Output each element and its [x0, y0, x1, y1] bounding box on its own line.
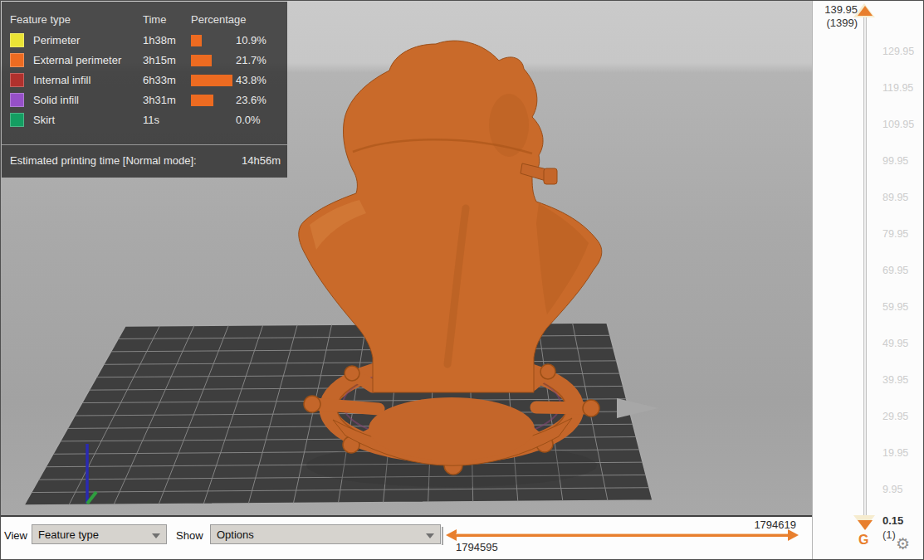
layer-slider-bottom-height: 0.15	[882, 514, 903, 527]
range-slider-endstop	[442, 527, 443, 545]
layer-tick-label: 99.95	[882, 155, 908, 167]
feature-label: Internal infill	[33, 74, 90, 86]
show-dropdown[interactable]: Options	[210, 524, 441, 544]
estimated-time-row: Estimated printing time [Normal mode]: 1…	[10, 154, 281, 167]
feature-percentage: 43.8%	[236, 74, 266, 86]
legend-row: Skirt11s0.0%	[2, 111, 287, 131]
feature-color-swatch	[10, 113, 24, 127]
layer-tick-label: 89.95	[882, 192, 908, 203]
layer-slider-track[interactable]	[863, 12, 867, 525]
model-bust[interactable]	[299, 41, 602, 475]
view-label: View	[4, 529, 27, 542]
range-slider-track[interactable]	[456, 533, 789, 537]
viewport-3d[interactable]: Feature type Time Percentage Perimeter1h…	[1, 1, 812, 517]
layer-tick-label: 49.95	[882, 338, 908, 349]
gear-icon[interactable]: ⚙	[896, 534, 910, 553]
feature-percentage: 10.9%	[236, 34, 266, 46]
layer-tick-label: 9.95	[882, 484, 902, 495]
estimated-time-label: Estimated printing time [Normal mode]:	[10, 154, 197, 167]
base-mound	[369, 397, 535, 460]
range-min-value: 1794595	[456, 541, 498, 553]
slicer-preview-window: Feature type Time Percentage Perimeter1h…	[0, 0, 924, 560]
layer-tick-label: 119.95	[882, 82, 913, 94]
estimated-time-value: 14h56m	[242, 154, 281, 167]
feature-label: External perimeter	[33, 54, 121, 66]
layer-slider-bottom-layer: (1)	[882, 528, 896, 541]
percentage-bar	[191, 95, 213, 106]
layer-tick-label: 59.95	[882, 301, 908, 313]
range-max-value: 1794619	[702, 519, 796, 531]
layer-slider-upper-handle[interactable]	[858, 6, 873, 16]
legend-separator	[2, 144, 287, 145]
percentage-bar	[191, 75, 232, 86]
legend-header: Feature type Time Percentage	[2, 13, 287, 28]
feature-time: 3h15m	[143, 54, 176, 66]
layer-slider-lower-handle[interactable]	[858, 520, 873, 530]
gcode-label[interactable]: G	[858, 533, 868, 548]
legend-row: Perimeter1h38m10.9%	[2, 32, 287, 51]
feature-time: 11s	[143, 114, 159, 126]
chevron-down-icon	[426, 533, 434, 543]
layer-tick-label: 79.95	[882, 228, 908, 240]
layer-slider-top-layer: (1399)	[814, 17, 858, 29]
percentage-bar	[191, 55, 212, 66]
chevron-down-icon	[152, 533, 160, 543]
layer-slider-top-height: 139.95	[814, 3, 858, 16]
show-dropdown-value: Options	[217, 528, 254, 541]
feature-color-swatch	[10, 33, 24, 47]
layer-tick-label: 109.95	[882, 119, 914, 130]
legend-panel: Feature type Time Percentage Perimeter1h…	[2, 2, 287, 178]
feature-time: 3h31m	[143, 94, 176, 106]
legend-header-percentage: Percentage	[191, 13, 247, 26]
feature-percentage: 23.6%	[236, 94, 266, 106]
bottom-bar: View Feature type Show Options 1794619 1…	[1, 519, 812, 560]
range-slider-right-handle[interactable]	[788, 529, 799, 541]
legend-row: External perimeter3h15m21.7%	[2, 51, 287, 71]
feature-label: Skirt	[33, 114, 55, 126]
feature-time: 6h33m	[143, 74, 176, 86]
feature-time: 1h38m	[143, 34, 176, 46]
legend-header-feature-type: Feature type	[10, 13, 71, 26]
layer-tick-label: 39.95	[882, 374, 908, 386]
feature-color-swatch	[10, 73, 24, 87]
view-dropdown-value: Feature type	[38, 528, 99, 541]
show-label: Show	[176, 529, 203, 542]
feature-percentage: 21.7%	[236, 54, 266, 66]
feature-percentage: 0.0%	[236, 114, 261, 126]
layer-tick-label: 69.95	[882, 265, 908, 276]
legend-row: Internal infill6h33m43.8%	[2, 71, 287, 91]
legend-row: Solid infill3h31m23.6%	[2, 91, 287, 111]
legend-header-time: Time	[143, 13, 166, 26]
feature-color-swatch	[10, 93, 24, 107]
feature-label: Perimeter	[33, 34, 80, 46]
layer-tick-label: 19.95	[882, 447, 908, 459]
view-dropdown[interactable]: Feature type	[32, 524, 167, 544]
feature-label: Solid infill	[33, 94, 79, 106]
layer-tick-label: 129.95	[882, 46, 914, 57]
layer-slider-panel: 139.95 (1399) 129.95119.95109.9599.9589.…	[812, 1, 924, 560]
bed-front-marker	[617, 398, 658, 418]
percentage-bar	[191, 35, 202, 46]
layer-tick-label: 29.95	[882, 411, 908, 422]
feature-color-swatch	[10, 53, 24, 67]
